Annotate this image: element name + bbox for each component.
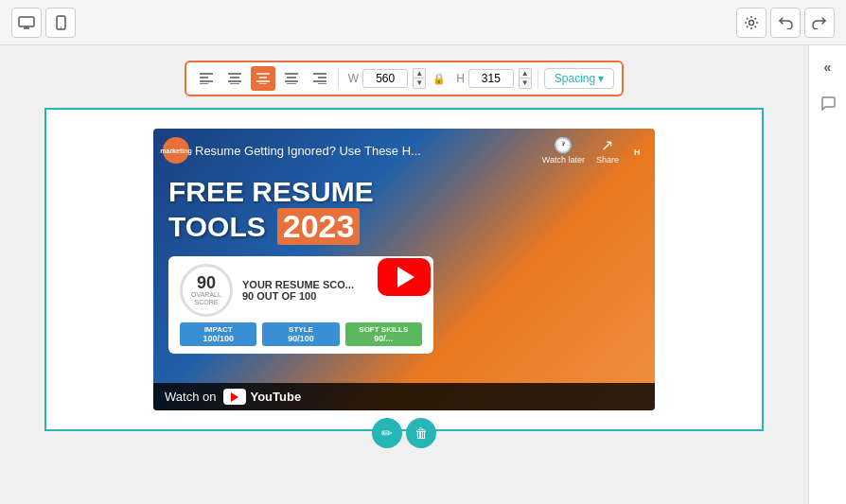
desktop-view-button[interactable] (11, 8, 42, 38)
video-headline-line1: Free Resume (168, 176, 640, 208)
watch-on-text: Watch on (165, 390, 216, 404)
width-label: W (348, 72, 359, 85)
score-circle: 90 OVARALL SCORE (180, 264, 233, 317)
width-down-button[interactable]: ▼ (413, 78, 426, 89)
width-spinner: ▲ ▼ (413, 68, 426, 89)
impact-value: 100/100 (184, 334, 253, 343)
canvas-area: W ▲ ▼ 🔒 H ▲ ▼ Spacing ▾ (0, 45, 808, 504)
view-toggle-group (11, 8, 76, 38)
watch-later-label: Watch later (542, 155, 585, 165)
spacing-chevron-icon: ▾ (598, 72, 604, 85)
align-center-button[interactable] (251, 66, 275, 91)
edit-pencil-icon: ✏ (381, 426, 393, 441)
svg-text:H: H (634, 148, 641, 157)
clock-icon: 🕐 (554, 136, 573, 154)
watch-later-action[interactable]: 🕐 Watch later (542, 136, 585, 165)
share-icon: ↗ (601, 136, 613, 154)
video-actions: 🕐 Watch later ↗ Share H (542, 136, 645, 165)
align-left-button[interactable] (194, 66, 219, 91)
style-label: STYLE (266, 325, 335, 334)
yt-play-icon (231, 392, 238, 402)
score-cat-impact: IMPACT 100/100 (180, 322, 256, 346)
block-actions: ✏ 🗑 (372, 418, 436, 448)
video-title: Resume Getting Ignored? Use These H... (195, 144, 537, 158)
softskills-value: 90/... (349, 334, 418, 343)
video-headline-line2-row: Tools 2023 (168, 208, 640, 245)
toolbar-divider (338, 69, 339, 88)
mobile-view-button[interactable] (45, 8, 76, 38)
video-year-badge: 2023 (277, 208, 361, 245)
score-categories: IMPACT 100/100 STYLE 90/100 SOFT SKILLS … (180, 322, 422, 346)
collapse-icon: « (824, 60, 832, 75)
youtube-logo: YouTube (223, 389, 301, 405)
undo-button[interactable] (770, 8, 801, 38)
play-triangle-icon (397, 267, 414, 287)
share-label: Share (596, 155, 619, 165)
align-center-right-button[interactable] (279, 66, 304, 91)
comments-button[interactable] (814, 89, 842, 117)
redo-button[interactable] (804, 8, 835, 38)
top-toolbar (0, 0, 846, 45)
youtube-text: YouTube (250, 390, 301, 404)
format-toolbar: W ▲ ▼ 🔒 H ▲ ▼ Spacing ▾ (185, 61, 624, 96)
height-down-button[interactable]: ▼ (519, 78, 532, 89)
height-spinner: ▲ ▼ (519, 68, 532, 89)
svg-point-5 (749, 20, 754, 25)
svg-rect-0 (19, 17, 34, 26)
collapse-sidebar-button[interactable]: « (814, 53, 842, 81)
video-embed[interactable]: marketing Resume Getting Ignored? Use Th… (153, 129, 655, 410)
video-headline-line2: Tools (168, 211, 266, 243)
edit-block-button[interactable]: ✏ (372, 418, 402, 448)
hubspot-icon-area: H (630, 142, 645, 159)
score-cat-style: STYLE 90/100 (262, 322, 339, 346)
youtube-icon (223, 389, 246, 405)
score-cat-softskills: SOFT SKILLS 90/... (345, 322, 422, 346)
play-button[interactable] (378, 258, 431, 296)
height-label: H (456, 72, 465, 85)
svg-point-4 (60, 26, 62, 28)
settings-button[interactable] (736, 8, 767, 38)
impact-label: IMPACT (184, 325, 253, 334)
content-block: marketing Resume Getting Ignored? Use Th… (44, 108, 764, 431)
align-right-button[interactable] (308, 66, 332, 91)
lock-icon: 🔒 (432, 73, 446, 85)
height-input[interactable] (468, 69, 514, 88)
editor-area: W ▲ ▼ 🔒 H ▲ ▼ Spacing ▾ (0, 45, 846, 504)
share-action[interactable]: ↗ Share (596, 136, 619, 165)
style-value: 90/100 (266, 334, 335, 343)
overall-score-label: OVARALL SCORE (183, 291, 230, 307)
trash-icon: 🗑 (414, 426, 428, 441)
toolbar-divider-2 (538, 69, 538, 88)
watch-on-youtube-bar[interactable]: Watch on YouTube (153, 383, 655, 410)
action-buttons-group (736, 8, 835, 38)
right-sidebar: « (808, 45, 846, 504)
softskills-label: SOFT SKILLS (349, 325, 418, 334)
score-number: 90 (197, 274, 216, 291)
channel-icon: marketing (163, 137, 189, 164)
spacing-button[interactable]: Spacing ▾ (544, 68, 614, 89)
delete-block-button[interactable]: 🗑 (406, 418, 436, 448)
align-center-left-button[interactable] (222, 66, 247, 91)
height-up-button[interactable]: ▲ (519, 68, 532, 78)
width-input[interactable] (362, 69, 408, 88)
spacing-label: Spacing (555, 72, 595, 85)
width-up-button[interactable]: ▲ (413, 68, 426, 78)
